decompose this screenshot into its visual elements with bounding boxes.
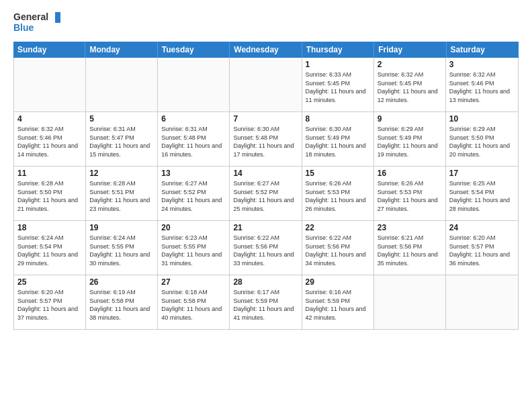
day-info: Sunrise: 6:19 AM Sunset: 5:58 PM Dayligh…	[89, 288, 154, 322]
calendar-day-5: 5Sunrise: 6:31 AM Sunset: 5:47 PM Daylig…	[86, 112, 158, 166]
day-info: Sunrise: 6:31 AM Sunset: 5:48 PM Dayligh…	[161, 125, 226, 158]
day-info: Sunrise: 6:26 AM Sunset: 5:53 PM Dayligh…	[378, 179, 442, 213]
day-info: Sunrise: 6:29 AM Sunset: 5:50 PM Dayligh…	[449, 125, 515, 158]
calendar-day-4: 4Sunrise: 6:32 AM Sunset: 5:46 PM Daylig…	[14, 112, 86, 166]
day-number: 25	[17, 277, 82, 287]
day-info: Sunrise: 6:26 AM Sunset: 5:53 PM Dayligh…	[306, 179, 370, 213]
calendar-day-10: 10Sunrise: 6:29 AM Sunset: 5:50 PM Dayli…	[446, 112, 518, 166]
day-info: Sunrise: 6:20 AM Sunset: 5:57 PM Dayligh…	[449, 234, 515, 267]
day-number: 14	[233, 169, 298, 178]
day-number: 23	[378, 223, 442, 232]
day-info: Sunrise: 6:22 AM Sunset: 5:56 PM Dayligh…	[233, 234, 298, 267]
day-info: Sunrise: 6:27 AM Sunset: 5:52 PM Dayligh…	[233, 179, 298, 213]
calendar-week-2: 4Sunrise: 6:32 AM Sunset: 5:46 PM Daylig…	[14, 112, 518, 167]
day-header-sunday: Sunday	[13, 42, 85, 58]
calendar-day-13: 13Sunrise: 6:27 AM Sunset: 5:52 PM Dayli…	[158, 167, 230, 220]
day-info: Sunrise: 6:23 AM Sunset: 5:55 PM Dayligh…	[161, 234, 226, 267]
day-number: 3	[449, 60, 515, 69]
calendar-day-16: 16Sunrise: 6:26 AM Sunset: 5:53 PM Dayli…	[374, 167, 446, 220]
day-info: Sunrise: 6:31 AM Sunset: 5:47 PM Dayligh…	[89, 125, 154, 158]
calendar-day-11: 11Sunrise: 6:28 AM Sunset: 5:50 PM Dayli…	[14, 167, 86, 220]
calendar-day-8: 8Sunrise: 6:30 AM Sunset: 5:49 PM Daylig…	[302, 112, 374, 166]
day-number: 20	[161, 223, 226, 232]
calendar: SundayMondayTuesdayWednesdayThursdayFrid…	[13, 42, 519, 404]
calendar-day-15: 15Sunrise: 6:26 AM Sunset: 5:53 PM Dayli…	[302, 167, 374, 220]
logo-svg: General Blue	[13, 11, 60, 35]
day-number: 27	[161, 277, 226, 287]
calendar-day-6: 6Sunrise: 6:31 AM Sunset: 5:48 PM Daylig…	[158, 112, 230, 166]
day-number: 18	[17, 223, 82, 232]
calendar-day-1: 1Sunrise: 6:33 AM Sunset: 5:45 PM Daylig…	[302, 58, 374, 111]
calendar-day-25: 25Sunrise: 6:20 AM Sunset: 5:57 PM Dayli…	[14, 275, 86, 329]
calendar-day-21: 21Sunrise: 6:22 AM Sunset: 5:56 PM Dayli…	[230, 221, 302, 275]
day-info: Sunrise: 6:30 AM Sunset: 5:48 PM Dayligh…	[233, 125, 298, 158]
calendar-empty-cell	[230, 58, 302, 111]
day-info: Sunrise: 6:16 AM Sunset: 5:59 PM Dayligh…	[306, 288, 370, 322]
calendar-empty-cell	[446, 275, 518, 329]
day-number: 15	[306, 169, 370, 178]
calendar-day-7: 7Sunrise: 6:30 AM Sunset: 5:48 PM Daylig…	[230, 112, 302, 166]
calendar-day-28: 28Sunrise: 6:17 AM Sunset: 5:59 PM Dayli…	[230, 275, 302, 329]
calendar-empty-cell	[158, 58, 230, 111]
day-info: Sunrise: 6:32 AM Sunset: 5:46 PM Dayligh…	[17, 125, 82, 158]
calendar-day-3: 3Sunrise: 6:32 AM Sunset: 5:46 PM Daylig…	[446, 58, 518, 111]
day-number: 24	[449, 223, 515, 232]
day-number: 8	[306, 114, 370, 124]
page-header: General Blue	[13, 11, 519, 35]
calendar-day-9: 9Sunrise: 6:29 AM Sunset: 5:49 PM Daylig…	[374, 112, 446, 166]
day-header-monday: Monday	[85, 42, 157, 58]
day-info: Sunrise: 6:18 AM Sunset: 5:58 PM Dayligh…	[161, 288, 226, 322]
day-info: Sunrise: 6:27 AM Sunset: 5:52 PM Dayligh…	[161, 179, 226, 213]
calendar-day-18: 18Sunrise: 6:24 AM Sunset: 5:54 PM Dayli…	[14, 221, 86, 275]
day-number: 16	[378, 169, 442, 178]
day-header-saturday: Saturday	[447, 42, 519, 58]
day-number: 10	[449, 114, 515, 124]
day-number: 5	[89, 114, 154, 124]
day-info: Sunrise: 6:33 AM Sunset: 5:45 PM Dayligh…	[306, 71, 370, 104]
calendar-week-1: 1Sunrise: 6:33 AM Sunset: 5:45 PM Daylig…	[14, 58, 518, 112]
day-number: 2	[378, 60, 442, 69]
calendar-week-5: 25Sunrise: 6:20 AM Sunset: 5:57 PM Dayli…	[14, 275, 518, 329]
day-info: Sunrise: 6:22 AM Sunset: 5:56 PM Dayligh…	[306, 234, 370, 267]
calendar-day-2: 2Sunrise: 6:32 AM Sunset: 5:45 PM Daylig…	[374, 58, 446, 111]
day-number: 1	[306, 60, 370, 69]
calendar-day-14: 14Sunrise: 6:27 AM Sunset: 5:52 PM Dayli…	[230, 167, 302, 220]
day-info: Sunrise: 6:28 AM Sunset: 5:50 PM Dayligh…	[17, 179, 82, 213]
day-number: 19	[89, 223, 154, 232]
day-header-tuesday: Tuesday	[158, 42, 230, 58]
day-number: 9	[378, 114, 442, 124]
svg-text:Blue: Blue	[13, 22, 34, 33]
day-info: Sunrise: 6:30 AM Sunset: 5:49 PM Dayligh…	[306, 125, 370, 158]
day-number: 11	[17, 169, 82, 178]
calendar-empty-cell	[86, 58, 158, 111]
day-header-thursday: Thursday	[302, 42, 374, 58]
calendar-empty-cell	[374, 275, 446, 329]
day-info: Sunrise: 6:28 AM Sunset: 5:51 PM Dayligh…	[89, 179, 154, 213]
day-number: 6	[161, 114, 226, 124]
calendar-day-24: 24Sunrise: 6:20 AM Sunset: 5:57 PM Dayli…	[446, 221, 518, 275]
calendar-week-4: 18Sunrise: 6:24 AM Sunset: 5:54 PM Dayli…	[14, 221, 518, 275]
day-number: 22	[306, 223, 370, 232]
day-number: 7	[233, 114, 298, 124]
day-info: Sunrise: 6:29 AM Sunset: 5:49 PM Dayligh…	[378, 125, 442, 158]
day-info: Sunrise: 6:24 AM Sunset: 5:55 PM Dayligh…	[89, 234, 154, 267]
day-info: Sunrise: 6:25 AM Sunset: 5:54 PM Dayligh…	[449, 179, 515, 213]
day-info: Sunrise: 6:32 AM Sunset: 5:45 PM Dayligh…	[378, 71, 442, 104]
calendar-day-17: 17Sunrise: 6:25 AM Sunset: 5:54 PM Dayli…	[446, 167, 518, 220]
calendar-week-3: 11Sunrise: 6:28 AM Sunset: 5:50 PM Dayli…	[14, 167, 518, 221]
calendar-day-12: 12Sunrise: 6:28 AM Sunset: 5:51 PM Dayli…	[86, 167, 158, 220]
calendar-day-26: 26Sunrise: 6:19 AM Sunset: 5:58 PM Dayli…	[86, 275, 158, 329]
day-info: Sunrise: 6:24 AM Sunset: 5:54 PM Dayligh…	[17, 234, 82, 267]
day-info: Sunrise: 6:20 AM Sunset: 5:57 PM Dayligh…	[17, 288, 82, 322]
day-number: 17	[449, 169, 515, 178]
calendar-header-row: SundayMondayTuesdayWednesdayThursdayFrid…	[13, 42, 519, 58]
calendar-day-23: 23Sunrise: 6:21 AM Sunset: 5:56 PM Dayli…	[374, 221, 446, 275]
svg-text:General: General	[13, 11, 48, 22]
day-number: 21	[233, 223, 298, 232]
calendar-day-20: 20Sunrise: 6:23 AM Sunset: 5:55 PM Dayli…	[158, 221, 230, 275]
logo: General Blue	[13, 11, 60, 35]
day-number: 29	[306, 277, 370, 287]
calendar-empty-cell	[14, 58, 86, 111]
calendar-body: 1Sunrise: 6:33 AM Sunset: 5:45 PM Daylig…	[14, 58, 518, 329]
day-number: 28	[233, 277, 298, 287]
